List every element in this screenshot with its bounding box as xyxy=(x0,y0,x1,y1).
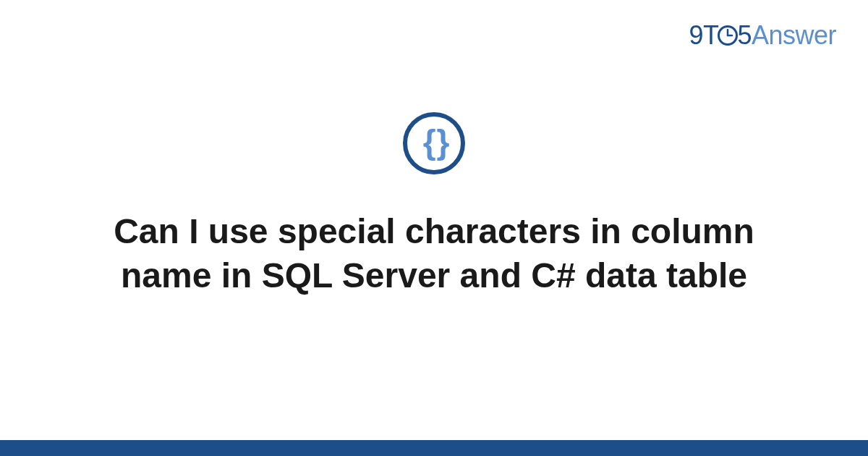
logo-text-5: 5 xyxy=(737,20,752,50)
question-title: Can I use special characters in column n… xyxy=(80,209,788,298)
main-content: { } Can I use special characters in colu… xyxy=(0,112,868,298)
category-badge: { } xyxy=(403,112,465,174)
site-logo: 9T5Answer xyxy=(689,20,836,51)
clock-icon xyxy=(717,25,739,46)
code-braces-icon: { } xyxy=(423,122,446,161)
logo-text-9t: 9T xyxy=(689,20,718,50)
footer-accent-bar xyxy=(0,440,868,456)
logo-text-answer: Answer xyxy=(752,20,836,50)
